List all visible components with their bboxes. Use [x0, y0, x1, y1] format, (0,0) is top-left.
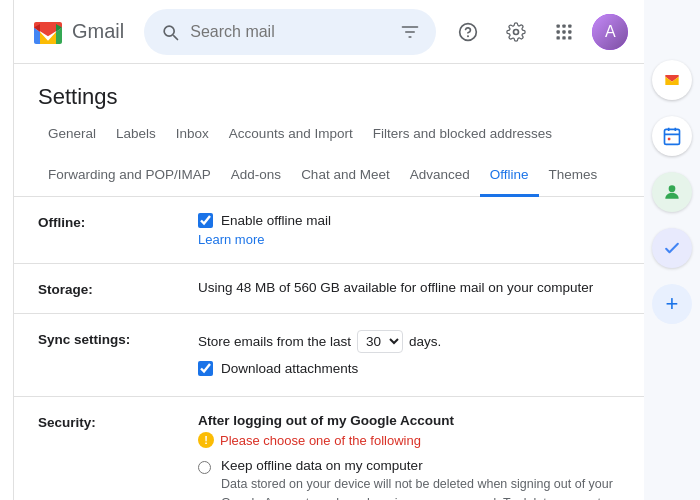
contacts-panel-button[interactable]: [652, 172, 692, 212]
svg-rect-7: [568, 30, 571, 33]
keep-data-radio[interactable]: [198, 461, 211, 474]
settings-container: Settings General Labels Inbox Accounts a…: [14, 64, 644, 500]
gmail-panel-icon: [662, 70, 682, 90]
gear-icon: [506, 22, 526, 42]
avatar-letter: A: [592, 14, 628, 50]
security-label: Security:: [38, 413, 198, 430]
gmail-logo-icon: [30, 14, 66, 50]
enable-offline-label[interactable]: Enable offline mail: [221, 213, 331, 228]
download-attachments-label[interactable]: Download attachments: [221, 361, 358, 376]
logo-text: Gmail: [72, 20, 124, 43]
tab-offline[interactable]: Offline: [480, 155, 539, 197]
storage-row: Storage: Using 48 MB of 560 GB available…: [14, 264, 644, 314]
search-bar[interactable]: [144, 9, 436, 55]
sync-row: Sync settings: Store emails from the las…: [14, 314, 644, 397]
svg-rect-10: [568, 36, 571, 39]
topbar: Gmail: [14, 0, 644, 64]
settings-button[interactable]: [496, 12, 536, 52]
tab-themes[interactable]: Themes: [539, 155, 608, 197]
offline-row: Offline: Enable offline mail Learn more: [14, 197, 644, 264]
svg-rect-9: [563, 36, 566, 39]
offline-label: Offline:: [38, 213, 198, 230]
avatar[interactable]: A: [592, 14, 628, 50]
sidebar-strip: [0, 0, 14, 500]
settings-title: Settings: [14, 64, 644, 110]
warning-triangle-icon: !: [198, 432, 214, 448]
apps-icon: [554, 22, 574, 42]
svg-point-1: [468, 35, 469, 36]
tab-filters[interactable]: Filters and blocked addresses: [363, 114, 562, 156]
svg-rect-4: [568, 24, 571, 27]
svg-rect-3: [563, 24, 566, 27]
tab-advanced[interactable]: Advanced: [400, 155, 480, 197]
sync-suffix: days.: [409, 334, 441, 349]
tab-accounts-import[interactable]: Accounts and Import: [219, 114, 363, 156]
svg-rect-12: [668, 138, 671, 141]
apps-button[interactable]: [544, 12, 584, 52]
sync-days-select[interactable]: 7 10 30 60 90: [357, 330, 403, 353]
storage-text: Using 48 MB of 560 GB available for offl…: [198, 280, 593, 295]
main-content: Gmail: [14, 0, 644, 500]
logo-area: Gmail: [30, 14, 124, 50]
right-strip: +: [644, 0, 700, 500]
security-warning-text: Please choose one of the following: [220, 433, 421, 448]
svg-point-13: [669, 185, 676, 192]
svg-rect-8: [557, 36, 560, 39]
svg-rect-5: [557, 30, 560, 33]
filter-icon[interactable]: [400, 22, 420, 42]
learn-more-link[interactable]: Learn more: [198, 232, 620, 247]
tasks-panel-button[interactable]: [652, 228, 692, 268]
help-button[interactable]: [448, 12, 488, 52]
sync-days-row: Store emails from the last 7 10 30 60 90…: [198, 330, 620, 353]
sync-value: Store emails from the last 7 10 30 60 90…: [198, 330, 620, 380]
search-icon: [160, 22, 180, 42]
keep-data-desc: Data stored on your device will not be d…: [221, 475, 620, 500]
security-value: After logging out of my Google Account !…: [198, 413, 620, 500]
tab-labels[interactable]: Labels: [106, 114, 166, 156]
security-heading: After logging out of my Google Account: [198, 413, 620, 428]
svg-rect-2: [557, 24, 560, 27]
keep-data-content: Keep offline data on my computer Data st…: [221, 458, 620, 500]
settings-content: Offline: Enable offline mail Learn more …: [14, 197, 644, 500]
storage-label: Storage:: [38, 280, 198, 297]
enable-offline-checkbox-row: Enable offline mail: [198, 213, 620, 228]
help-icon: [458, 22, 478, 42]
calendar-icon: [662, 126, 682, 146]
tab-general[interactable]: General: [38, 114, 106, 156]
sync-prefix: Store emails from the last: [198, 334, 351, 349]
security-warning: ! Please choose one of the following: [198, 432, 620, 448]
tasks-icon: [662, 238, 682, 258]
offline-value: Enable offline mail Learn more: [198, 213, 620, 247]
enable-offline-checkbox[interactable]: [198, 213, 213, 228]
storage-value: Using 48 MB of 560 GB available for offl…: [198, 280, 620, 295]
security-row: Security: After logging out of my Google…: [14, 397, 644, 500]
tab-inbox[interactable]: Inbox: [166, 114, 219, 156]
keep-data-label[interactable]: Keep offline data on my computer: [221, 458, 423, 473]
calendar-panel-button[interactable]: [652, 116, 692, 156]
add-panel-button[interactable]: +: [652, 284, 692, 324]
tab-chat[interactable]: Chat and Meet: [291, 155, 400, 197]
sync-label: Sync settings:: [38, 330, 198, 347]
gmail-panel-button[interactable]: [652, 60, 692, 100]
download-attachments-checkbox[interactable]: [198, 361, 213, 376]
contacts-icon: [662, 182, 682, 202]
keep-data-option: Keep offline data on my computer Data st…: [198, 458, 620, 500]
topbar-right: A: [448, 12, 628, 52]
svg-rect-6: [563, 30, 566, 33]
tab-addons[interactable]: Add-ons: [221, 155, 291, 197]
tab-forwarding[interactable]: Forwarding and POP/IMAP: [38, 155, 221, 197]
search-input[interactable]: [190, 23, 390, 41]
settings-tabs: General Labels Inbox Accounts and Import…: [14, 114, 644, 197]
svg-rect-11: [665, 129, 680, 144]
download-attachments-row: Download attachments: [198, 361, 620, 376]
